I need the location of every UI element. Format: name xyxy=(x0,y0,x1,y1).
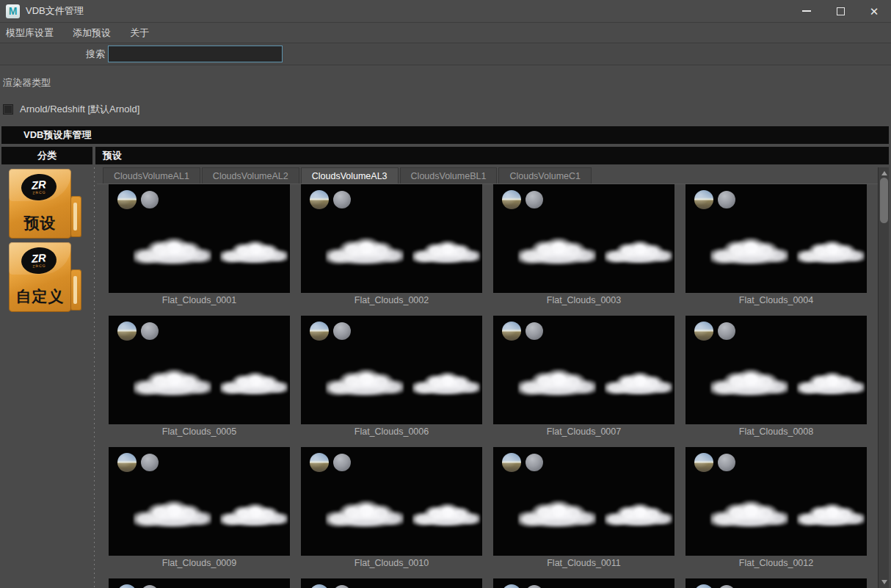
preset-card[interactable]: Flat_Clouds_0002 xyxy=(301,184,482,308)
env-sphere-icon xyxy=(310,453,329,472)
vertical-scrollbar[interactable] xyxy=(878,167,889,588)
search-label: 搜索 xyxy=(0,48,105,61)
preset-thumbnail xyxy=(109,184,290,293)
search-input[interactable] xyxy=(108,46,283,62)
tab-CloudsVolumeBL1[interactable]: CloudsVolumeBL1 xyxy=(400,167,498,184)
preset-card[interactable]: Flat_Clouds_0006 xyxy=(301,316,482,439)
preset-thumbnail xyxy=(685,316,867,424)
env-sphere-icon xyxy=(117,190,137,209)
close-button[interactable]: ✕ xyxy=(857,0,891,22)
category-folder-label: 预设 xyxy=(9,213,71,233)
env-sphere-icon xyxy=(310,322,329,341)
preset-name-label: Flat_Clouds_0008 xyxy=(685,424,867,439)
preset-card[interactable] xyxy=(493,578,674,588)
env-sphere-icon xyxy=(117,453,137,472)
preset-name-label: Flat_Clouds_0009 xyxy=(109,556,290,570)
cloud-render-left xyxy=(710,500,788,531)
menu-item-library-settings[interactable]: 模型库设置 xyxy=(6,26,54,40)
preset-name-label: Flat_Clouds_0012 xyxy=(685,556,867,570)
arnold-redshift-checkbox[interactable] xyxy=(3,104,13,115)
folder-tab-decoration xyxy=(70,196,81,237)
preset-card[interactable]: Flat_Clouds_0003 xyxy=(493,184,674,308)
maya-app-icon: M xyxy=(6,4,20,18)
category-folder-custom[interactable]: ZR ZRCG 自定义 xyxy=(9,242,81,312)
preset-card[interactable]: Flat_Clouds_0011 xyxy=(493,447,674,570)
window-controls: ✕ xyxy=(790,0,891,22)
cloud-render-right xyxy=(412,240,480,266)
gray-sphere-icon xyxy=(333,322,351,340)
gray-sphere-icon xyxy=(333,454,351,471)
cloud-render-right xyxy=(797,503,865,529)
preset-name-label: Flat_Clouds_0011 xyxy=(493,556,674,570)
minimize-button[interactable] xyxy=(790,0,823,22)
arrow-down-icon xyxy=(881,580,887,584)
preset-card[interactable]: Flat_Clouds_0012 xyxy=(685,447,867,570)
preset-card[interactable] xyxy=(685,578,867,588)
gray-sphere-icon xyxy=(141,322,159,340)
category-folder-presets[interactable]: ZR ZRCG 预设 xyxy=(9,169,81,239)
cloud-render-left xyxy=(518,369,596,399)
preset-card[interactable] xyxy=(301,578,482,588)
titlebar: M VDB文件管理 ✕ xyxy=(0,0,891,23)
arnold-redshift-checkbox-label: Arnold/Redshift [默认Arnold] xyxy=(20,103,139,116)
env-sphere-icon xyxy=(694,584,713,588)
gray-sphere-icon xyxy=(525,322,543,340)
preset-card[interactable] xyxy=(109,578,290,588)
preset-panel-header-label: 预设 xyxy=(103,149,122,162)
vdb-library-header: VDB预设库管理 xyxy=(1,126,889,144)
preset-name-label: Flat_Clouds_0010 xyxy=(301,556,482,570)
gray-sphere-icon xyxy=(718,322,735,340)
minimize-icon xyxy=(802,10,811,12)
cloud-render-right xyxy=(605,371,672,398)
env-sphere-icon xyxy=(502,190,521,209)
gray-sphere-icon xyxy=(718,191,735,208)
tab-CloudsVolumeAL3[interactable]: CloudsVolumeAL3 xyxy=(301,167,399,184)
preset-thumbnail xyxy=(301,578,482,588)
cloud-render-left xyxy=(710,237,788,268)
tab-CloudsVolumeAL1[interactable]: CloudsVolumeAL1 xyxy=(103,167,200,184)
preset-card[interactable]: Flat_Clouds_0005 xyxy=(109,316,290,439)
preset-name-label: Flat_Clouds_0005 xyxy=(109,424,290,439)
env-sphere-icon xyxy=(502,584,521,588)
cloud-render-right xyxy=(797,371,865,398)
scroll-up-arrow[interactable] xyxy=(879,169,890,178)
cloud-render-left xyxy=(134,369,211,399)
menu-item-about[interactable]: 关于 xyxy=(130,26,149,40)
panel-splitter[interactable] xyxy=(93,167,95,588)
arrow-up-icon xyxy=(881,171,887,175)
tab-CloudsVolumeC1[interactable]: CloudsVolumeC1 xyxy=(498,167,592,184)
preset-card[interactable]: Flat_Clouds_0009 xyxy=(109,447,290,570)
tab-CloudsVolumeAL2[interactable]: CloudsVolumeAL2 xyxy=(202,167,299,184)
preset-card[interactable]: Flat_Clouds_0007 xyxy=(493,316,674,439)
window-title: VDB文件管理 xyxy=(26,4,84,18)
menu-item-add-preset[interactable]: 添加预设 xyxy=(73,26,111,40)
category-folder-label: 自定义 xyxy=(9,286,71,307)
preset-thumbnail xyxy=(493,316,674,424)
env-sphere-icon xyxy=(310,190,329,209)
cloud-render-right xyxy=(220,240,288,266)
preset-name-label: Flat_Clouds_0002 xyxy=(301,293,482,308)
cloud-render-right xyxy=(797,240,865,266)
preset-thumbnail xyxy=(109,316,290,424)
preset-thumbnail xyxy=(685,184,867,293)
env-sphere-icon xyxy=(117,584,137,588)
cloud-render-right xyxy=(412,371,480,398)
preset-card[interactable]: Flat_Clouds_0001 xyxy=(109,184,290,308)
preset-thumbnail xyxy=(109,447,290,556)
scrollbar-thumb[interactable] xyxy=(880,178,888,223)
preset-tabbar: CloudsVolumeAL1CloudsVolumeAL2CloudsVolu… xyxy=(97,167,878,184)
gray-sphere-icon xyxy=(141,454,159,471)
preset-card[interactable]: Flat_Clouds_0004 xyxy=(685,184,867,308)
preset-name-label: Flat_Clouds_0006 xyxy=(301,424,482,439)
preset-card[interactable]: Flat_Clouds_0008 xyxy=(685,316,867,439)
preset-card[interactable]: Flat_Clouds_0010 xyxy=(301,447,482,570)
vdb-library-header-label: VDB预设库管理 xyxy=(23,128,91,142)
cloud-render-left xyxy=(518,500,596,531)
vdb-manager-window: M VDB文件管理 ✕ 模型库设置 添加预设 关于 搜索 渲染器类型 Arnol… xyxy=(0,0,891,588)
gray-sphere-icon xyxy=(718,454,735,471)
env-sphere-icon xyxy=(694,453,713,472)
maximize-button[interactable] xyxy=(823,0,857,22)
cloud-render-right xyxy=(605,503,672,529)
scroll-down-arrow[interactable] xyxy=(879,578,890,587)
preset-thumbnail xyxy=(109,578,290,588)
